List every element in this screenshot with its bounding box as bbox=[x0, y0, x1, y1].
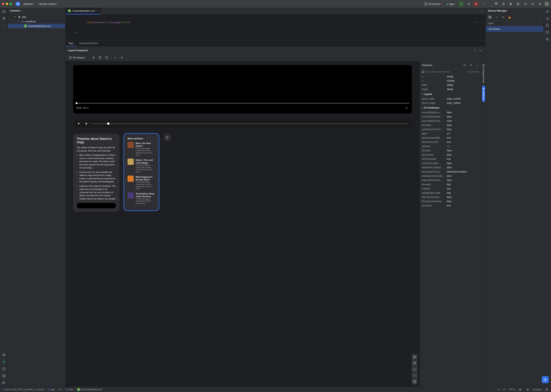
code-line[interactable]: <?xml version="1.0" encoding="utf-8"?> ✓… bbox=[75, 21, 483, 25]
video-seekbar[interactable] bbox=[76, 103, 410, 104]
more-tools-button[interactable]: ⋯ bbox=[1, 23, 6, 28]
inspection-toggle[interactable] bbox=[525, 387, 530, 392]
project-tool-button[interactable] bbox=[1, 9, 6, 14]
chevron-down-icon[interactable]: ⌄ bbox=[481, 21, 483, 25]
more-article-item[interactable]: Mars: Our Next Home? Article and images … bbox=[128, 142, 155, 156]
attribute-row[interactable]: descendantFocus…beforeDescendants bbox=[420, 170, 481, 174]
attribute-row[interactable]: addStatesFromCh…false bbox=[420, 127, 481, 132]
seekbar-thumb[interactable] bbox=[76, 102, 78, 104]
cursor-position[interactable]: 1:1 bbox=[497, 388, 501, 391]
subtab-text[interactable]: Text bbox=[65, 41, 76, 46]
statusbar-more-button[interactable] bbox=[544, 387, 549, 392]
tree-node-manifests[interactable]: ▾ 🗀 manifests bbox=[8, 19, 65, 24]
inspection-widget[interactable]: ✓ 5 ⌃ ⌄ bbox=[472, 21, 483, 25]
attribute-row[interactable]: accessibilityHeadi…false bbox=[420, 115, 481, 119]
stop-button[interactable] bbox=[473, 1, 479, 7]
debug-button[interactable] bbox=[466, 1, 472, 7]
breadcrumb-root[interactable]: 2024-12-05_RC11_jetnews_xr_source bbox=[2, 388, 44, 391]
tree-node-manifest-file[interactable]: M AndroidManifest.xml bbox=[8, 24, 65, 28]
structure-tool-button[interactable] bbox=[1, 16, 6, 21]
breadcrumb-segment[interactable]: app bbox=[48, 388, 55, 391]
attribute-row[interactable]: alwaysDrawnWith…true bbox=[420, 136, 481, 140]
attribute-row[interactable]: accessibilityLiveR…none bbox=[420, 119, 481, 123]
resource-manager-button[interactable] bbox=[1, 353, 6, 357]
refresh-button[interactable] bbox=[119, 55, 124, 60]
attribute-row[interactable]: duplicateParentSt…false bbox=[420, 178, 481, 182]
panel-more-button[interactable]: ⋮ bbox=[472, 48, 477, 53]
play-button[interactable] bbox=[77, 121, 81, 126]
ai-assistant-fab[interactable] bbox=[542, 376, 549, 383]
indent-setting[interactable]: 4 spaces bbox=[532, 388, 542, 391]
file-encoding[interactable]: UTF-8 bbox=[509, 388, 515, 391]
attribute-row[interactable]: x434dp bbox=[420, 75, 481, 79]
side-tab-component-tree[interactable]: Component Tree bbox=[482, 62, 485, 85]
code-with-me-button[interactable] bbox=[493, 1, 499, 7]
zoom-out-button[interactable]: − bbox=[412, 373, 417, 378]
dm-col-more[interactable]: … bbox=[532, 22, 537, 25]
attribute-row[interactable]: baseline-1 bbox=[420, 144, 481, 148]
device-manager-button[interactable] bbox=[545, 23, 550, 28]
attribute-row[interactable]: activatedfalse bbox=[420, 123, 481, 127]
attribute-row[interactable]: focusabletrue bbox=[420, 203, 481, 208]
expand-button[interactable] bbox=[163, 134, 171, 141]
user-avatar[interactable] bbox=[544, 1, 549, 6]
code-line[interactable]: <!-- bbox=[75, 30, 483, 35]
gemini-button[interactable] bbox=[545, 37, 550, 42]
problems-button[interactable] bbox=[1, 367, 6, 371]
attribute-row[interactable]: animationCachetrue bbox=[420, 140, 481, 144]
attribute-row[interactable]: alpha1.0 bbox=[420, 132, 481, 136]
attribute-row[interactable]: fitsSystemWindowsfalse bbox=[420, 199, 481, 203]
chevron-up-icon[interactable]: ⌃ bbox=[478, 21, 480, 25]
attribute-row[interactable]: enabledtrue bbox=[420, 187, 481, 191]
li-device-selector[interactable]: XR Device ▾ bbox=[68, 56, 87, 59]
attribute-row[interactable]: contextClickablefalse bbox=[420, 161, 481, 165]
editor-tab-manifest[interactable]: M AndroidManifest.xml × bbox=[65, 8, 100, 14]
dm-wifi-button[interactable] bbox=[501, 15, 505, 20]
zoom-in-button[interactable]: + bbox=[412, 367, 417, 372]
more-actions-button[interactable]: ⋮ bbox=[480, 1, 486, 7]
dm-col-name[interactable]: Name bbox=[488, 22, 532, 25]
attribute-row[interactable]: height480dp bbox=[420, 87, 481, 91]
settings-button[interactable] bbox=[537, 1, 543, 7]
attribute-row[interactable]: elevation0dp bbox=[420, 182, 481, 187]
attribute-row[interactable]: y1004dp bbox=[420, 79, 481, 83]
project-view-selector[interactable]: Android ▾ bbox=[8, 8, 65, 14]
snapshot-button[interactable] bbox=[98, 55, 102, 60]
attribute-row[interactable]: fadingEdgeLength0dp bbox=[420, 191, 481, 195]
recompose-button[interactable] bbox=[113, 55, 118, 60]
article-theories-card[interactable]: Theories about Saturn's rings The origin… bbox=[73, 134, 119, 212]
side-tab-attributes[interactable]: Attributes bbox=[482, 86, 485, 102]
tree-node-app[interactable]: ▾ ▣ app bbox=[8, 14, 65, 19]
close-window-button[interactable] bbox=[2, 3, 4, 5]
running-devices-button[interactable] bbox=[545, 30, 550, 35]
media-slider[interactable] bbox=[91, 123, 408, 124]
subtab-merged-manifest[interactable]: Merged Manifest bbox=[76, 41, 101, 46]
line-separator[interactable]: LF bbox=[503, 388, 506, 391]
readonly-toggle[interactable] bbox=[518, 387, 522, 392]
close-tab-button[interactable]: × bbox=[97, 9, 98, 12]
vcs-dropdown[interactable]: Version control ▾ bbox=[38, 2, 59, 6]
attribute-row[interactable]: filterTouchesWhe…false bbox=[420, 195, 481, 199]
attribute-row[interactable]: defaultFocusHighli…false bbox=[420, 165, 481, 170]
dm-device-row[interactable]: XR Device bbox=[486, 26, 543, 32]
more-article-item[interactable]: What Happens if the Sun Dies? Article an… bbox=[128, 175, 155, 190]
code-editor[interactable]: 1 2 <?xml version="1.0" encoding="utf-8"… bbox=[65, 15, 486, 46]
attributes-search-button[interactable] bbox=[462, 63, 467, 67]
video-surface[interactable] bbox=[76, 67, 410, 102]
pause-button[interactable] bbox=[84, 121, 89, 126]
attribute-row[interactable]: drawingCacheQualitauto bbox=[420, 174, 481, 178]
attribute-row[interactable]: clickablefalse bbox=[420, 148, 481, 153]
dm-col-more[interactable]: … bbox=[537, 22, 541, 25]
run-button[interactable] bbox=[458, 1, 464, 7]
profiler-button[interactable] bbox=[515, 1, 521, 7]
more-articles-card[interactable]: More articles Mars: Our Next Home? Artic… bbox=[124, 134, 159, 210]
dm-fire-button[interactable]: 🔥 bbox=[507, 15, 512, 20]
breadcrumb-segment[interactable]: main bbox=[65, 388, 73, 391]
more-article-item[interactable]: The Endless Allure of the Universe Artic… bbox=[128, 192, 155, 205]
slider-thumb[interactable] bbox=[107, 122, 109, 125]
attribute-row[interactable]: clipChildrenfalse bbox=[420, 153, 481, 157]
export-button[interactable] bbox=[104, 55, 109, 60]
sync-button[interactable] bbox=[501, 1, 506, 7]
device-selector[interactable]: XR Device ▾ bbox=[423, 1, 443, 6]
rotate-3d-button[interactable] bbox=[412, 360, 417, 366]
